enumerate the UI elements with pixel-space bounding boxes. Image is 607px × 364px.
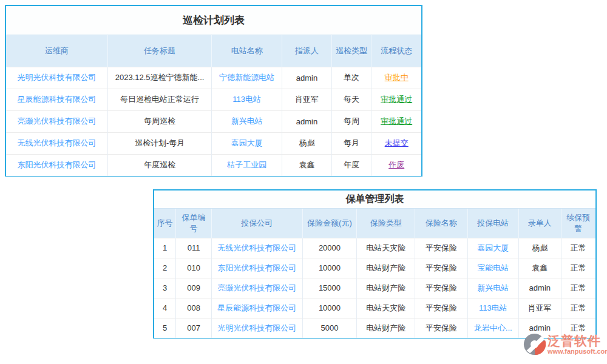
status-link[interactable]: 审批通过	[371, 110, 421, 132]
company-link[interactable]: 星辰能源科技有限公司	[211, 298, 302, 318]
insurance-amount: 5000	[302, 318, 356, 338]
insurance-name: 平安保险	[415, 238, 468, 258]
column-header-insurance-name: 保险名称	[415, 209, 468, 238]
insurance-amount: 10000	[302, 258, 356, 278]
column-header-company: 投保公司	[211, 209, 302, 238]
insurance-type: 电站财产险	[357, 278, 415, 298]
column-header-assignee: 指派人	[282, 35, 331, 67]
brand-url-link[interactable]: www.fanpusoft.com	[548, 348, 607, 355]
assignee: 肖亚军	[282, 89, 331, 110]
table-row: 3 009 亮灏光伏科技有限公司 15000 电站财产险 平安保险 新兴电站 a…	[154, 278, 595, 298]
row-number: 5	[154, 318, 176, 338]
policy-number: 009	[176, 278, 212, 298]
policy-number: 010	[176, 258, 212, 278]
insurance-type: 电站财产险	[357, 258, 415, 278]
inspection-plan-panel: 巡检计划列表 运维商 任务标题 电站名称 指派人 巡检类型 流程状态 光明光伏科…	[5, 5, 422, 177]
assignee: 杨彪	[282, 132, 331, 154]
policy-number: 008	[176, 298, 212, 318]
station-link[interactable]: 桔子工业园	[212, 154, 282, 176]
renewal-warning: 正常	[561, 298, 595, 318]
assignee: admin	[282, 67, 331, 89]
company-link[interactable]: 无线光伏科技有限公司	[211, 238, 302, 258]
renewal-warning: 正常	[561, 238, 595, 258]
policy-table-title: 保单管理列表	[154, 190, 595, 209]
insurance-amount: 20000	[302, 238, 356, 258]
fanpu-logo: 泛普软件 www.fanpusoft.com	[523, 333, 603, 356]
column-header-status: 流程状态	[371, 35, 421, 67]
row-number: 1	[154, 238, 176, 258]
policy-table-header: 序号 保单编号 投保公司 保险金额(元) 保险类型 保险名称 投保电站 录单人 …	[154, 209, 595, 238]
inspection-table-header: 运维商 任务标题 电站名称 指派人 巡检类型 流程状态	[6, 35, 421, 67]
station-link[interactable]: 宝能电站	[467, 258, 518, 278]
station-link[interactable]: 龙岩中心...	[467, 318, 518, 338]
insurance-name: 平安保险	[415, 298, 468, 318]
recorder: admin	[518, 278, 561, 298]
recorder: 肖亚军	[518, 298, 561, 318]
station-link[interactable]: 宁德新能源电站	[212, 67, 282, 89]
table-row: 星辰能源科技有限公司 每日巡检电站正常运行 113电站 肖亚军 每天 审批通过	[6, 89, 421, 110]
fanpu-logo-icon	[523, 333, 546, 356]
column-header-recorder: 录单人	[518, 209, 561, 238]
inspection-table: 运维商 任务标题 电站名称 指派人 巡检类型 流程状态 光明光伏科技有限公司 2…	[6, 35, 421, 176]
column-header-no: 序号	[154, 209, 176, 238]
policy-management-panel: 保单管理列表 序号 保单编号 投保公司 保险金额(元) 保险类型 保险名称 投保…	[153, 189, 597, 339]
status-link[interactable]: 审批通过	[371, 89, 421, 110]
assignee: admin	[282, 110, 331, 132]
column-header-station: 电站名称	[212, 35, 282, 67]
task-title: 年度巡检	[108, 154, 212, 176]
row-number: 2	[154, 258, 176, 278]
vendor-link[interactable]: 星辰能源科技有限公司	[6, 89, 108, 110]
task-title: 巡检计划-每月	[108, 132, 212, 154]
column-header-insurance-type: 保险类型	[357, 209, 415, 238]
vendor-link[interactable]: 亮灏光伏科技有限公司	[6, 110, 108, 132]
policy-number: 007	[176, 318, 212, 338]
column-header-renewal-warning: 续保预警	[561, 209, 595, 238]
table-row: 1 011 无线光伏科技有限公司 20000 电站天灾险 平安保险 嘉园大厦 杨…	[154, 238, 595, 258]
vendor-link[interactable]: 东阳光伏科技有限公司	[6, 154, 108, 176]
insurance-name: 平安保险	[415, 318, 468, 338]
station-link[interactable]: 113电站	[212, 89, 282, 110]
station-link[interactable]: 嘉园大厦	[467, 238, 518, 258]
station-link[interactable]: 新兴电站	[212, 110, 282, 132]
table-row: 4 008 星辰能源科技有限公司 10000 电站天灾险 平安保险 113电站 …	[154, 298, 595, 318]
company-link[interactable]: 光明光伏科技有限公司	[211, 318, 302, 338]
status-link[interactable]: 未提交	[371, 132, 421, 154]
status-link[interactable]: 作废	[371, 154, 421, 176]
insurance-name: 平安保险	[415, 278, 468, 298]
status-link[interactable]: 审批中	[371, 67, 421, 89]
inspection-table-title: 巡检计划列表	[6, 6, 421, 35]
insurance-type: 电站天灾险	[357, 238, 415, 258]
table-row: 2 010 东阳光伏科技有限公司 10000 电站财产险 平安保险 宝能电站 袁…	[154, 258, 595, 278]
station-link[interactable]: 嘉园大厦	[212, 132, 282, 154]
task-title: 每日巡检电站正常运行	[108, 89, 212, 110]
brand-name: 泛普软件	[548, 334, 607, 347]
station-link[interactable]: 113电站	[467, 298, 518, 318]
policy-table: 序号 保单编号 投保公司 保险金额(元) 保险类型 保险名称 投保电站 录单人 …	[154, 209, 595, 338]
insurance-type: 电站财产险	[357, 318, 415, 338]
task-title: 每周巡检	[108, 110, 212, 132]
assignee: 袁鑫	[282, 154, 331, 176]
table-row: 东阳光伏科技有限公司 年度巡检 桔子工业园 袁鑫 年度 作废	[6, 154, 421, 176]
task-title: 2023.12.5巡检宁德新能...	[108, 67, 212, 89]
company-link[interactable]: 东阳光伏科技有限公司	[211, 258, 302, 278]
policy-number: 011	[176, 238, 212, 258]
insurance-amount: 15000	[302, 278, 356, 298]
table-row: 光明光伏科技有限公司 2023.12.5巡检宁德新能... 宁德新能源电站 ad…	[6, 67, 421, 89]
inspection-type: 每天	[331, 89, 371, 110]
inspection-type: 每周	[331, 110, 371, 132]
inspection-type: 每月	[331, 132, 371, 154]
column-header-vendor: 运维商	[6, 35, 108, 67]
company-link[interactable]: 亮灏光伏科技有限公司	[211, 278, 302, 298]
insurance-type: 电站天灾险	[357, 298, 415, 318]
column-header-type: 巡检类型	[331, 35, 371, 67]
row-number: 4	[154, 298, 176, 318]
column-header-policy-no: 保单编号	[176, 209, 212, 238]
column-header-task: 任务标题	[108, 35, 212, 67]
vendor-link[interactable]: 光明光伏科技有限公司	[6, 67, 108, 89]
column-header-insured-station: 投保电站	[467, 209, 518, 238]
page: 巡检计划列表 运维商 任务标题 电站名称 指派人 巡检类型 流程状态 光明光伏科…	[0, 0, 607, 364]
table-row: 亮灏光伏科技有限公司 每周巡检 新兴电站 admin 每周 审批通过	[6, 110, 421, 132]
station-link[interactable]: 新兴电站	[467, 278, 518, 298]
row-number: 3	[154, 278, 176, 298]
vendor-link[interactable]: 无线光伏科技有限公司	[6, 132, 108, 154]
